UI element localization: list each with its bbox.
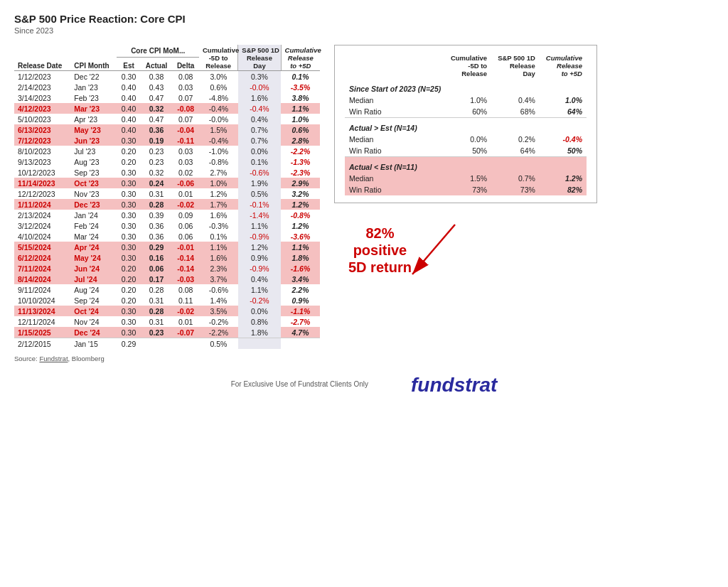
- table-row: 10/12/2023 Sep '23 0.30 0.32 0.02 2.7% -…: [14, 167, 320, 178]
- stats-table: Cumulative-5D toRelease S&P 500 1DReleas…: [345, 53, 587, 195]
- col-group-core-cpi: Core CPI MoM...: [117, 45, 199, 58]
- col-cum5d: Cumulative-5D toRelease: [199, 45, 238, 71]
- stats-row: Win Ratio 50% 64% 50%: [345, 145, 587, 157]
- page-subtitle: Since 2023: [14, 26, 714, 35]
- page-title: S&P 500 Price Reaction: Core CPI: [14, 13, 714, 25]
- table-row: 5/10/2023 Apr '23 0.40 0.47 0.07 -0.0% 0…: [14, 114, 320, 124]
- table-row: 3/12/2024 Feb '24 0.30 0.36 0.06 -0.3% 1…: [14, 220, 320, 231]
- stats-row: Win Ratio 73% 73% 82%: [345, 184, 587, 195]
- col-sp500-1d: S&P 500 1DReleaseDay: [238, 45, 281, 71]
- main-table: Release Date CPI Month Core CPI MoM... C…: [14, 45, 320, 349]
- table-row: 12/11/2024 Nov '24 0.30 0.31 0.01 -0.2% …: [14, 316, 320, 327]
- stats-box: Cumulative-5D toRelease S&P 500 1DReleas…: [334, 45, 597, 203]
- col-release-date: Release Date: [14, 45, 70, 71]
- table-row: 1/11/2024 Dec '23 0.30 0.28 -0.02 1.7% -…: [14, 199, 320, 210]
- table-row: 2/14/2023 Jan '23 0.40 0.43 0.03 0.6% -0…: [14, 82, 320, 92]
- table-row: 7/11/2024 Jun '24 0.20 0.06 -0.14 2.3% -…: [14, 263, 320, 274]
- stats-section-header: Actual > Est (N=14): [345, 118, 587, 134]
- col-actual: Actual: [141, 58, 172, 71]
- table-row: 10/10/2024 Sep '24 0.20 0.31 0.11 1.4% -…: [14, 295, 320, 306]
- source-text: Source: Fundstrat, Bloomberg: [14, 355, 320, 362]
- stats-section-header: Since Start of 2023 (N=25): [345, 79, 587, 95]
- table-row: 3/14/2023 Feb '23 0.40 0.47 0.07 -4.8% 1…: [14, 92, 320, 103]
- stats-section-header: Actual < Est (N=11): [345, 157, 587, 173]
- footer-row: For Exclusive Use of Fundstrat Clients O…: [14, 371, 714, 397]
- table-row: 11/14/2023 Oct '23 0.30 0.24 -0.06 1.0% …: [14, 178, 320, 188]
- col-delta: Delta: [172, 58, 199, 71]
- table-row: 1/15/2025 Dec '24 0.30 0.23 -0.07 -2.2% …: [14, 327, 320, 338]
- table-row: 8/10/2023 Jul '23 0.20 0.23 0.03 -1.0% 0…: [14, 146, 320, 156]
- source-fundstrat: Fundstrat: [39, 355, 68, 362]
- col-cum5dplus: CumulativeReleaseto +5D: [281, 45, 320, 71]
- annotation-area: 82%positive5D return: [334, 210, 597, 303]
- table-row: 4/12/2023 Mar '23 0.40 0.32 -0.08 -0.4% …: [14, 103, 320, 114]
- stats-row: Median 1.5% 0.7% 1.2%: [345, 173, 587, 184]
- annotation-text: 82%positive5D return: [348, 225, 412, 276]
- brand-name: fundstrat: [411, 374, 497, 397]
- right-section: Cumulative-5D toRelease S&P 500 1DReleas…: [334, 45, 714, 303]
- table-row: 11/13/2024 Oct '24 0.30 0.28 -0.02 3.5% …: [14, 306, 320, 316]
- table-row: 2/13/2024 Jan '24 0.30 0.39 0.09 1.6% -1…: [14, 210, 320, 220]
- left-section: Release Date CPI Month Core CPI MoM... C…: [14, 45, 320, 362]
- table-row: 9/13/2023 Aug '23 0.20 0.23 0.03 -0.8% 0…: [14, 156, 320, 167]
- table-row: 6/13/2023 May '23 0.40 0.36 -0.04 1.5% 0…: [14, 124, 320, 135]
- table-row: 8/14/2024 Jul '24 0.20 0.17 -0.03 3.7% 0…: [14, 274, 320, 284]
- stats-row: Median 1.0% 0.4% 1.0%: [345, 95, 587, 106]
- table-row: 9/11/2024 Aug '24 0.20 0.28 0.08 -0.6% 1…: [14, 284, 320, 295]
- stats-row: Median 0.0% 0.2% -0.4%: [345, 134, 587, 145]
- table-row: 4/10/2024 Mar '24 0.30 0.36 0.06 0.1% -0…: [14, 231, 320, 242]
- table-row: 6/12/2024 May '24 0.30 0.16 -0.14 1.6% 0…: [14, 252, 320, 263]
- table-row: 1/12/2023 Dec '22 0.30 0.38 0.08 3.0% 0.…: [14, 71, 320, 82]
- table-row: 12/12/2023 Nov '23 0.30 0.31 0.01 1.2% 0…: [14, 188, 320, 199]
- svg-line-1: [412, 225, 455, 274]
- stats-row: Win Ratio 60% 68% 64%: [345, 106, 587, 118]
- table-row: 7/12/2023 Jun '23 0.30 0.19 -0.11 -0.4% …: [14, 135, 320, 146]
- table-row: 5/15/2024 Apr '24 0.30 0.29 -0.01 1.1% 1…: [14, 242, 320, 252]
- footer-text: For Exclusive Use of Fundstrat Clients O…: [231, 380, 368, 388]
- col-est: Est: [117, 58, 140, 71]
- table-row-extra: 2/12/2015 Jan '15 0.29 0.5%: [14, 338, 320, 350]
- col-cpi-month: CPI Month: [70, 45, 117, 71]
